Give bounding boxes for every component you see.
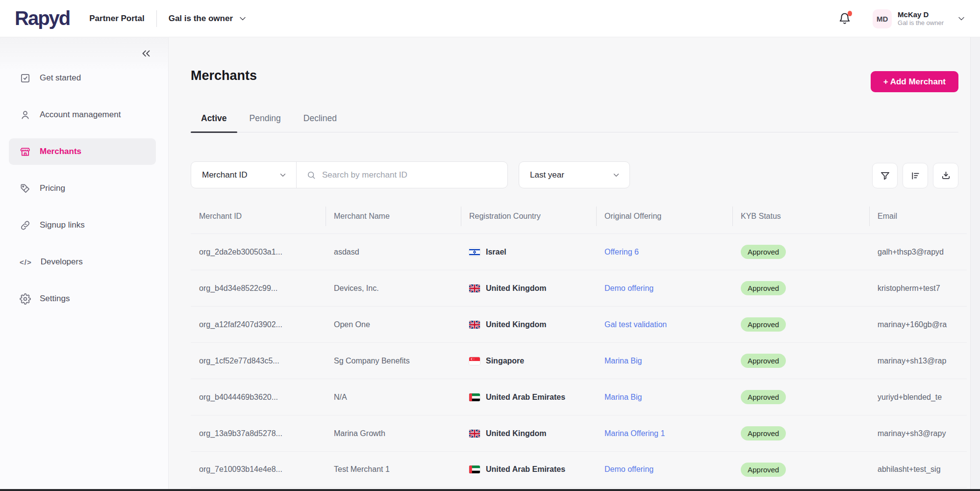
country-flag-icon: [469, 321, 480, 329]
merchant-email: galh+thsp3@rapyd: [869, 248, 967, 257]
table-row[interactable]: org_13a9b37a8d5278... Marina Growth Unit…: [191, 415, 967, 451]
sidebar-item-get-started[interactable]: Get started: [9, 65, 156, 91]
country-name: United Kingdom: [486, 320, 547, 329]
search-field-dropdown[interactable]: Merchant ID: [191, 162, 297, 188]
sidebar-collapse-button[interactable]: [140, 47, 152, 60]
merchant-id: org_7e10093b14e4e8...: [191, 465, 326, 474]
registration-country: United Kingdom: [461, 320, 596, 329]
table-row[interactable]: org_2da2eb300503a1... asdasd Israel Offe…: [191, 233, 967, 270]
registration-country: Israel: [461, 248, 596, 257]
kyb-status-badge: Approved: [741, 354, 786, 368]
country-flag-icon: [469, 357, 480, 365]
merchant-email: abhilasht+test_sig: [869, 465, 967, 474]
sidebar-item-label: Merchants: [40, 147, 81, 156]
merchant-name: N/A: [326, 393, 461, 402]
user-meta: McKay D Gal is the owner: [898, 10, 944, 27]
country-flag-icon: [469, 393, 480, 401]
filter-row: Merchant ID Last year: [191, 161, 630, 188]
code-icon: </>: [20, 258, 32, 266]
topbar-right: MD McKay D Gal is the owner: [838, 0, 966, 37]
topbar: Rapyd Partner Portal Gal is the owner MD…: [0, 0, 980, 37]
user-name: McKay D: [898, 10, 944, 20]
col-header-registration-country: Registration Country: [461, 199, 596, 233]
chevron-down-icon: [278, 171, 287, 180]
country-name: United Kingdom: [486, 429, 547, 438]
offering-link[interactable]: Marina Big: [604, 357, 642, 365]
add-merchant-button[interactable]: + Add Merchant: [871, 71, 958, 92]
sidebar-item-merchants[interactable]: Merchants: [9, 138, 156, 165]
country-name: United Kingdom: [486, 284, 547, 293]
gear-icon: [20, 293, 31, 305]
col-header-kyb-status: KYB Status: [732, 199, 869, 233]
table-tools: [872, 163, 958, 188]
col-header-merchant-id: Merchant ID: [191, 199, 326, 233]
account-selector-label: Gal is the owner: [169, 14, 233, 24]
merchant-id: org_13a9b37a8d5278...: [191, 429, 326, 438]
portal-label: Partner Portal: [89, 14, 144, 24]
merchant-name: asdasd: [326, 248, 461, 257]
download-button[interactable]: [933, 163, 958, 188]
check-square-icon: [20, 73, 31, 84]
chevron-down-icon: [238, 14, 248, 24]
col-header-email: Email: [869, 199, 967, 233]
account-selector-dropdown[interactable]: Gal is the owner: [169, 14, 248, 24]
tab-active[interactable]: Active: [191, 113, 237, 132]
search-field-value: Merchant ID: [202, 170, 248, 180]
kyb-status-badge: Approved: [741, 390, 786, 404]
sidebar-item-signup-links[interactable]: Signup links: [9, 212, 156, 238]
sort-button[interactable]: [903, 163, 928, 188]
table-row[interactable]: org_b4044469b3620... N/A United Arab Emi…: [191, 379, 967, 415]
merchant-id: org_b4d34e8522c99...: [191, 284, 326, 293]
offering-link[interactable]: Marina Big: [604, 393, 642, 402]
search-box: [297, 162, 507, 188]
search-input[interactable]: [322, 170, 500, 180]
merchant-name: Test Merchant 1: [326, 465, 461, 474]
country-flag-icon: [469, 465, 480, 473]
user-icon: [20, 109, 31, 121]
date-range-value: Last year: [530, 170, 564, 180]
rapyd-logo[interactable]: Rapyd: [15, 7, 70, 29]
date-range-dropdown[interactable]: Last year: [519, 161, 630, 188]
search-group: Merchant ID: [191, 161, 508, 188]
offering-link[interactable]: Demo offering: [604, 465, 653, 474]
filter-button[interactable]: [872, 163, 898, 188]
table-row[interactable]: org_7e10093b14e4e8... Test Merchant 1 Un…: [191, 451, 967, 488]
notifications-button[interactable]: [838, 12, 851, 25]
col-header-merchant-name: Merchant Name: [326, 199, 461, 233]
vertical-scrollbar[interactable]: [970, 37, 980, 491]
sidebar-item-developers[interactable]: </> Developers: [9, 249, 156, 275]
table-row[interactable]: org_b4d34e8522c99... Devices, Inc. Unite…: [191, 270, 967, 306]
sidebar-item-label: Signup links: [40, 220, 85, 230]
funnel-icon: [879, 170, 891, 181]
merchants-table: Merchant ID Merchant Name Registration C…: [191, 199, 967, 488]
tab-pending[interactable]: Pending: [239, 113, 291, 132]
sidebar-item-settings[interactable]: Settings: [9, 285, 156, 312]
storefront-icon: [20, 146, 31, 157]
merchant-name: Marina Growth: [326, 429, 461, 438]
offering-link[interactable]: Gal test validation: [604, 320, 667, 329]
offering-link[interactable]: Marina Offering 1: [604, 429, 665, 438]
country-name: United Arab Emirates: [486, 465, 565, 474]
sidebar-item-pricing[interactable]: Pricing: [9, 175, 156, 202]
tab-declined[interactable]: Declined: [293, 113, 347, 132]
merchant-email: marinay+sh3@rapy: [869, 429, 967, 438]
offering-link[interactable]: Demo offering: [604, 284, 653, 293]
sidebar-item-label: Pricing: [40, 183, 65, 193]
country-flag-icon: [469, 430, 480, 438]
offering-link[interactable]: Offering 6: [604, 248, 639, 257]
merchant-id: org_a12faf2407d3902...: [191, 320, 326, 329]
table-row[interactable]: org_1cf52e77d843c5... Sg Company Benefit…: [191, 342, 967, 379]
merchant-email: marinay+160gb@ra: [869, 320, 967, 329]
col-header-original-offering: Original Offering: [596, 199, 732, 233]
registration-country: United Arab Emirates: [461, 393, 596, 402]
merchant-name: Sg Company Benefits: [326, 357, 461, 365]
merchant-name: Devices, Inc.: [326, 284, 461, 293]
sidebar-item-account-management[interactable]: Account management: [9, 102, 156, 128]
table-row[interactable]: org_a12faf2407d3902... Open One United K…: [191, 306, 967, 342]
main-content: Merchants + Add Merchant Active Pending …: [169, 37, 980, 491]
merchant-id: org_b4044469b3620...: [191, 393, 326, 402]
notification-badge-dot: [848, 11, 852, 16]
country-name: United Arab Emirates: [486, 393, 565, 402]
window-bottom-edge: [0, 489, 980, 491]
user-menu[interactable]: MD McKay D Gal is the owner: [873, 9, 966, 28]
